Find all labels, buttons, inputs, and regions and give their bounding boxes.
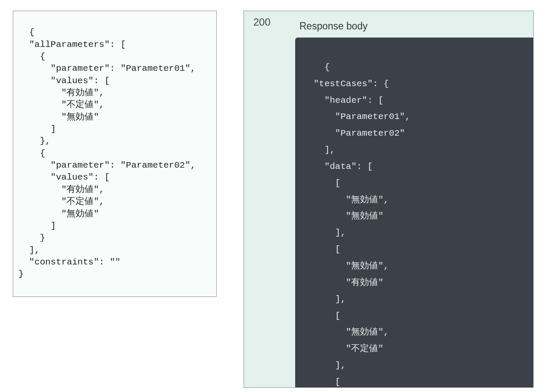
response-body-content: { "testCases": { "header": [ "Parameter0… xyxy=(295,38,533,387)
status-code: 200 xyxy=(253,16,270,28)
response-json-content: { "testCases": { "header": [ "Parameter0… xyxy=(303,62,410,387)
response-body-label: Response body xyxy=(299,20,368,32)
request-json-panel: { "allParameters": [ { "parameter": "Par… xyxy=(13,11,217,297)
response-panel: 200 Response body { "testCases": { "head… xyxy=(244,11,534,388)
request-json-content: { "allParameters": [ { "parameter": "Par… xyxy=(18,27,196,279)
